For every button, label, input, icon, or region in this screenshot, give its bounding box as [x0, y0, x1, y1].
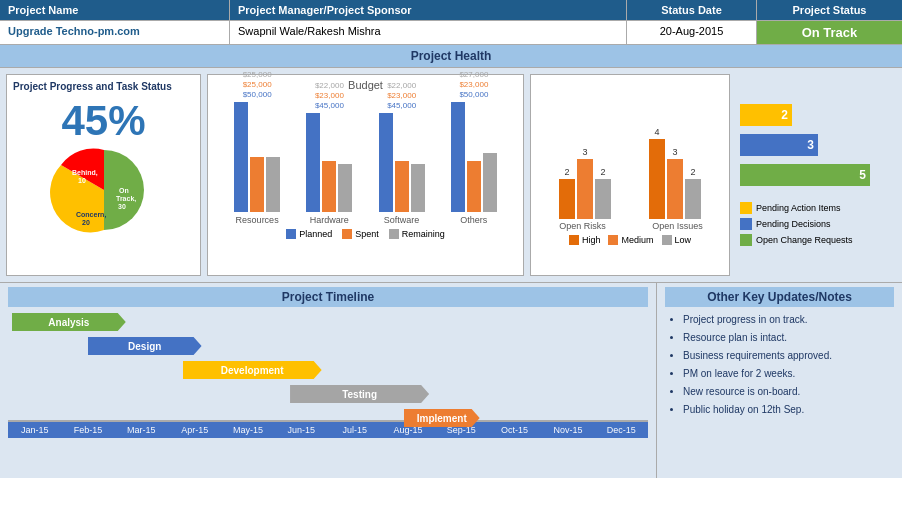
status-date-label: Status Date [627, 0, 757, 20]
risks-legend: HighMediumLow [535, 235, 725, 245]
budget-bar-label: Software [384, 215, 420, 225]
budget-legend: PlannedSpentRemaining [216, 229, 515, 239]
svg-text:10: 10 [78, 177, 86, 184]
notes-item: Business requirements approved. [683, 349, 894, 363]
risks-chart: 232432 [535, 89, 725, 219]
project-status-label: Project Status [757, 0, 902, 20]
summary-bar-row: 5 [740, 164, 892, 186]
summary-legend-item: Pending Decisions [740, 218, 892, 230]
timeline-bar: Design [88, 337, 202, 355]
risks-bar: 2 [559, 167, 575, 219]
budget-bar-group: $25,000$25,000$50,000Resources [234, 70, 280, 225]
summary-bar-row: 2 [740, 104, 892, 126]
summary-bar: 5 [740, 164, 870, 186]
budget-bar-label: Others [460, 215, 487, 225]
budget-bar [483, 153, 497, 212]
health-area: Project Progress and Task Status 45% On … [0, 68, 902, 283]
notes-list: Project progress in on track.Resource pl… [665, 313, 894, 417]
risks-bar: 4 [649, 127, 665, 219]
notes-title: Other Key Updates/Notes [665, 287, 894, 307]
risks-bar: 2 [685, 167, 701, 219]
svg-text:30: 30 [118, 203, 126, 210]
budget-bar [467, 161, 481, 212]
notes-item: Public holiday on 12th Sep. [683, 403, 894, 417]
project-name-value: Upgrade Techno-pm.com [0, 21, 230, 44]
pm-label: Project Manager/Project Sponsor [230, 0, 627, 20]
pm-value: Swapnil Wale/Rakesh Mishra [230, 21, 627, 44]
risks-xlabel: Open Risks [535, 221, 630, 231]
timeline-bar: Testing [290, 385, 429, 403]
budget-bar [250, 157, 264, 212]
risks-bar-group: 232 [559, 147, 611, 219]
timeline-bars: AnalysisDesignDevelopmentTestingImplemen… [8, 313, 648, 418]
svg-text:20: 20 [82, 219, 90, 226]
summary-legend-item: Pending Action Items [740, 202, 892, 214]
timeline-bar: Development [183, 361, 322, 379]
budget-bar [395, 161, 409, 212]
notes-item: Project progress in on track. [683, 313, 894, 327]
risks-bar: 2 [595, 167, 611, 219]
risks-legend-item: High [569, 235, 601, 245]
svg-text:On: On [119, 187, 129, 194]
budget-bar-group: $22,000$23,000$45,000Hardware [306, 81, 352, 225]
summary-bar-row: 3 [740, 134, 892, 156]
risks-panel: 232432 Open RisksOpen Issues HighMediumL… [530, 74, 730, 276]
bottom-row: Project Timeline AnalysisDesignDevelopme… [0, 283, 902, 478]
budget-bar [379, 113, 393, 212]
budget-legend-item: Spent [342, 229, 379, 239]
budget-bar-label: Resources [236, 215, 279, 225]
risks-xlabel: Open Issues [630, 221, 725, 231]
notes-item: New resource is on-board. [683, 385, 894, 399]
budget-bar [306, 113, 320, 212]
summary-panel: 235Pending Action ItemsPending Decisions… [736, 74, 896, 276]
health-section-header: Project Health [0, 44, 902, 68]
risks-legend-item: Low [662, 235, 692, 245]
budget-bar-group: $22,000$23,000$45,000Software [379, 81, 425, 225]
budget-bar [266, 157, 280, 212]
summary-legend-item: Open Change Requests [740, 234, 892, 246]
risks-legend-item: Medium [608, 235, 653, 245]
timeline-title: Project Timeline [8, 287, 648, 307]
budget-panel: Budget $25,000$25,000$50,000Resources$22… [207, 74, 524, 276]
progress-title: Project Progress and Task Status [13, 81, 194, 92]
risks-bar-group: 432 [649, 127, 701, 219]
project-status-value: On Track [757, 21, 902, 44]
timeline-bar: Analysis [12, 313, 126, 331]
risks-x-labels: Open RisksOpen Issues [535, 221, 725, 231]
risks-bar: 3 [667, 147, 683, 219]
svg-text:Concern,: Concern, [76, 211, 106, 219]
budget-bar [451, 102, 465, 212]
pie-chart: On Track, 30 Concern, 20 Behind, 10 [44, 145, 164, 235]
notes-item: PM on leave for 2 weeks. [683, 367, 894, 381]
budget-bar [411, 164, 425, 212]
timeline-panel: Project Timeline AnalysisDesignDevelopme… [0, 283, 657, 478]
budget-legend-item: Planned [286, 229, 332, 239]
svg-text:Track,: Track, [116, 195, 136, 203]
svg-text:Behind,: Behind, [72, 169, 98, 177]
budget-bar-label: Hardware [310, 215, 349, 225]
status-date-value: 20-Aug-2015 [627, 21, 757, 44]
budget-bar [234, 102, 248, 212]
progress-percent: 45% [13, 97, 194, 145]
budget-legend-item: Remaining [389, 229, 445, 239]
budget-bar [338, 164, 352, 212]
budget-bars: $25,000$25,000$50,000Resources$22,000$23… [216, 95, 515, 225]
project-name-label: Project Name [0, 0, 230, 20]
notes-item: Resource plan is intact. [683, 331, 894, 345]
budget-bar-group: $27,000$23,000$50,000Others [451, 70, 497, 225]
summary-bar: 2 [740, 104, 792, 126]
notes-panel: Other Key Updates/Notes Project progress… [657, 283, 902, 478]
header: Project Name Project Manager/Project Spo… [0, 0, 902, 44]
budget-bar [322, 161, 336, 212]
progress-panel: Project Progress and Task Status 45% On … [6, 74, 201, 276]
risks-bar: 3 [577, 147, 593, 219]
timeline-bar: Implement [404, 409, 480, 427]
summary-bar: 3 [740, 134, 818, 156]
